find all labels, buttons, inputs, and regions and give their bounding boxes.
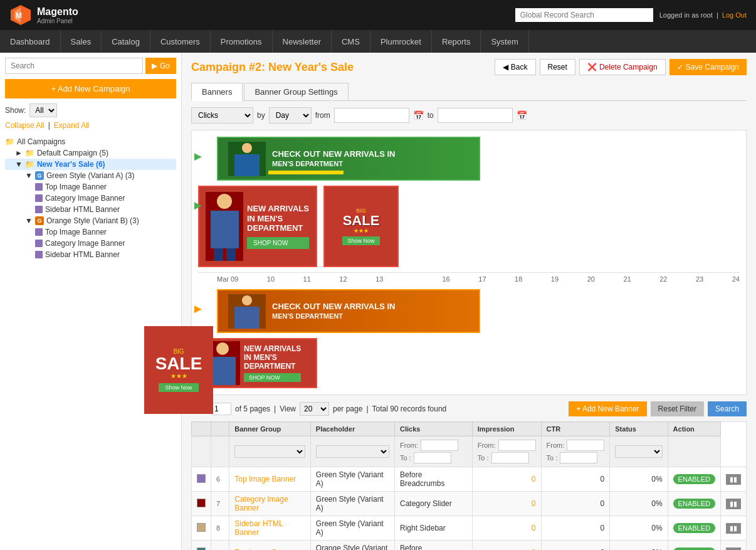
nav-sales[interactable]: Sales (61, 30, 102, 53)
clicks-to-input[interactable] (414, 452, 451, 463)
nav-newsletter[interactable]: Newsletter (273, 30, 332, 53)
ctr-to-input[interactable] (560, 452, 597, 463)
clicks-link[interactable]: 0 (532, 475, 536, 484)
svg-point-12 (216, 342, 229, 355)
col-header-placeholder: Placeholder (310, 422, 394, 436)
nav-reports[interactable]: Reports (432, 30, 481, 53)
sidebar-go-button[interactable]: ▶ Go (145, 58, 176, 74)
add-banner-button[interactable]: + Add New Banner (569, 401, 646, 416)
g-icon-green: G (35, 171, 44, 180)
pause-button[interactable]: ▮▮ (726, 523, 741, 534)
row-name[interactable]: Top Image Banner (229, 467, 311, 492)
big-sale-popup: BIG SALE ★★★ Show Now (144, 326, 213, 414)
tree-item-top-image-banner-b[interactable]: Top Image Banner (5, 226, 176, 238)
metric-select[interactable]: Clicks Impressions CTR (191, 107, 253, 124)
status-filter[interactable]: ENABLED DISABLED (615, 445, 662, 458)
search-button[interactable]: Search (708, 401, 747, 416)
banner-name-link[interactable]: Top Image Banner (234, 475, 296, 484)
nav-customers[interactable]: Customers (150, 30, 211, 53)
big-sale-banner-chart: BIG SALE ★★★ Show Now (323, 186, 399, 267)
tree-item-all-campaigns[interactable]: 📁 All Campaigns (5, 136, 176, 147)
from-calendar-button[interactable]: 📅 (413, 110, 424, 120)
main-layout: ▶ Go + Add New Campaign Show: All Collap… (0, 53, 756, 550)
pause-button[interactable]: ▮▮ (726, 547, 741, 551)
logout-link[interactable]: Log Out (722, 11, 747, 19)
show-now-btn[interactable]: Show Now (342, 236, 379, 245)
delete-campaign-button[interactable]: ❌ Delete Campaign (579, 59, 666, 75)
per-page-select[interactable]: 20 50 100 (300, 402, 329, 416)
chart-banner-row-1: ► CHECK OUT NEW ARRIVALS INMEN'S DEPARTM… (198, 137, 740, 181)
row-name[interactable]: Category Image Banner (229, 492, 311, 516)
back-button[interactable]: ◀ Back (495, 59, 536, 75)
nav-cms[interactable]: CMS (332, 30, 370, 53)
tree-item-category-image-banner-a[interactable]: Category Image Banner (5, 193, 176, 204)
show-now-popup-btn[interactable]: Show Now (159, 383, 198, 392)
page-number-input[interactable] (213, 403, 231, 415)
row-banner-group: Orange Style (Variant B) (310, 541, 394, 551)
nav-plumrocket[interactable]: Plumrocket (370, 30, 432, 53)
show-select[interactable]: All (29, 103, 57, 117)
collapse-expand-row: Collapse All | Expand All (5, 121, 176, 130)
nav-promotions[interactable]: Promotions (211, 30, 273, 53)
table-row: 9 Top Image Banner Orange Style (Variant… (192, 541, 747, 551)
save-campaign-button[interactable]: ✓ Save Campaign (669, 59, 747, 75)
tree-label: Default Campaign (5) (37, 149, 108, 157)
data-table: Banner Group Placeholder Clicks Impressi… (191, 421, 747, 550)
header-right: Logged in as root | Log Out (515, 8, 747, 22)
row-swatch (192, 467, 211, 492)
purple-icon (35, 240, 43, 247)
collapse-all-link[interactable]: Collapse All (5, 121, 45, 130)
impression-to-input[interactable] (491, 452, 529, 463)
clicks-link[interactable]: 0 (532, 524, 536, 532)
banner-group-filter[interactable] (234, 445, 305, 458)
banner-name-link[interactable]: Category Image Banner (234, 495, 288, 512)
expand-all-link[interactable]: Expand All (54, 121, 90, 130)
tree-item-top-image-banner-a[interactable]: Top Image Banner (5, 181, 176, 193)
row-name[interactable]: Top Image Banner (229, 541, 311, 551)
tree-item-default-campaign[interactable]: ► 📁 Default Campaign (5) (5, 147, 176, 159)
row-impression: 0 (541, 492, 610, 516)
tab-banner-group-settings[interactable]: Banner Group Settings (244, 83, 348, 100)
reset-filter-button[interactable]: Reset Filter (651, 401, 704, 416)
delete-icon: ❌ (587, 63, 597, 71)
row-action: ▮▮ (720, 516, 746, 541)
tree-item-sidebar-html-banner-b[interactable]: Sidebar HTML Banner (5, 249, 176, 260)
expand-icon: ▼ (15, 160, 23, 169)
sidebar-search-input[interactable] (5, 58, 143, 74)
pagination-row: Page of 5 pages | View 20 50 100 per pag… (191, 401, 747, 416)
row-id: 7 (211, 492, 229, 516)
tree-item-new-years-sale[interactable]: ▼ 📁 New Year's Sale (6) (5, 159, 176, 170)
nav-system[interactable]: System (481, 30, 528, 53)
row-banner-group: Green Style (Variant A) (310, 492, 394, 516)
tab-banners[interactable]: Banners (191, 83, 243, 101)
tree-item-category-image-banner-b[interactable]: Category Image Banner (5, 238, 176, 249)
pause-button[interactable]: ▮▮ (726, 474, 741, 485)
impression-from-input[interactable] (498, 440, 536, 451)
banner-name-link[interactable]: Sidebar HTML Banner (234, 519, 283, 537)
add-campaign-button[interactable]: + Add New Campaign (5, 79, 176, 98)
reset-button[interactable]: Reset (540, 59, 575, 75)
tree-item-orange-style[interactable]: ▼ G Orange Style (Variant B) (3) (5, 215, 176, 226)
row-ctr: 0% (610, 541, 668, 551)
shop-now-btn[interactable]: SHOP NOW (247, 237, 309, 249)
global-search-input[interactable] (515, 8, 653, 22)
from-date-input[interactable] (334, 108, 409, 123)
tree-item-sidebar-html-banner-a[interactable]: Sidebar HTML Banner (5, 204, 176, 215)
nav-catalog[interactable]: Catalog (102, 30, 150, 53)
svg-rect-5 (234, 154, 260, 176)
to-calendar-button[interactable]: 📅 (517, 110, 527, 120)
nav-dashboard[interactable]: Dashboard (0, 30, 61, 53)
ctr-from-input[interactable] (567, 440, 604, 451)
shop-now-btn-2[interactable]: SHOP NOW (244, 373, 301, 382)
table-row: 6 Top Image Banner Green Style (Variant … (192, 467, 747, 492)
row-name[interactable]: Sidebar HTML Banner (229, 516, 311, 541)
clicks-from-input[interactable] (421, 440, 458, 451)
to-date-input[interactable] (438, 108, 513, 123)
svg-rect-9 (226, 248, 236, 261)
clicks-link[interactable]: 0 (532, 499, 536, 508)
pause-button[interactable]: ▮▮ (726, 499, 741, 509)
row-action: ▮▮ (720, 541, 746, 551)
by-select[interactable]: Day Week Month (269, 107, 312, 124)
tree-item-green-style[interactable]: ▼ G Green Style (Variant A) (3) (5, 170, 176, 181)
placeholder-filter[interactable] (316, 445, 389, 458)
